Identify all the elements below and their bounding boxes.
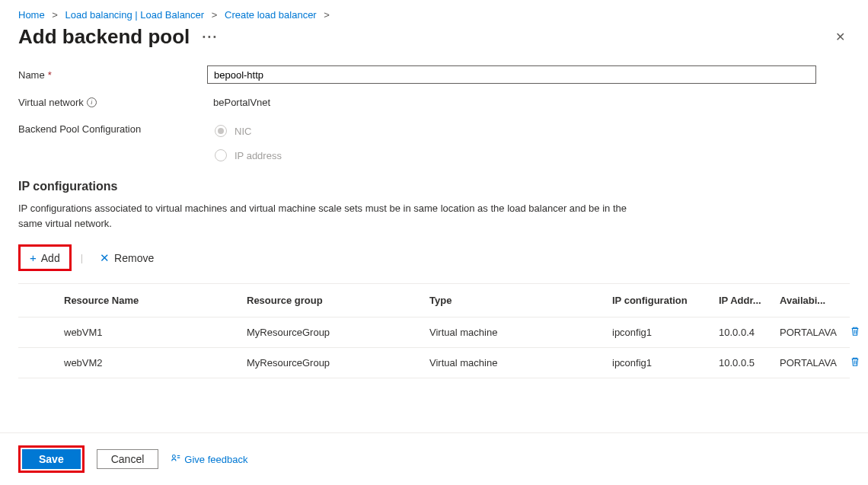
- trash-icon[interactable]: [850, 327, 860, 339]
- radio-icon: [215, 149, 227, 161]
- cell-resource-name: webVM1: [59, 321, 242, 344]
- add-button[interactable]: + Add: [22, 248, 68, 267]
- chevron-right-icon: >: [52, 9, 58, 21]
- cell-availability: PORTALAVA: [775, 351, 844, 375]
- page-title: Add backend pool: [18, 25, 190, 49]
- footer-bar: Save Cancel Give feedback: [0, 432, 868, 485]
- plus-icon: +: [30, 251, 37, 264]
- cell-resource-name: webVM2: [59, 351, 242, 375]
- remove-button-label: Remove: [114, 252, 154, 264]
- cell-ip-addr: 10.0.0.5: [714, 351, 775, 375]
- radio-nic-label: NIC: [235, 126, 251, 137]
- trash-icon[interactable]: [850, 358, 860, 369]
- cell-resource-group: MyResourceGroup: [242, 321, 425, 344]
- close-icon[interactable]: ✕: [831, 25, 850, 49]
- col-availability[interactable]: Availabi...: [775, 289, 844, 312]
- give-feedback-label: Give feedback: [184, 454, 247, 465]
- vnet-label: Virtual network: [18, 97, 84, 108]
- ip-configurations-heading: IP configurations: [18, 180, 850, 193]
- required-asterisk: *: [48, 69, 52, 81]
- name-label: Name: [18, 69, 45, 81]
- col-resource-group[interactable]: Resource group: [242, 289, 425, 312]
- cell-ip-addr: 10.0.0.4: [714, 321, 775, 344]
- col-ip-address[interactable]: IP Addr...: [714, 289, 775, 312]
- ip-configurations-description: IP configurations associated to virtual …: [18, 201, 627, 231]
- name-input[interactable]: [207, 65, 816, 84]
- info-icon[interactable]: i: [87, 97, 97, 107]
- breadcrumb-link-loadbalancing[interactable]: Load balancing | Load Balancer: [65, 9, 205, 21]
- ip-config-table: Resource Name Resource group Type IP con…: [18, 283, 850, 378]
- col-resource-name[interactable]: Resource Name: [59, 289, 242, 312]
- radio-ip-address: IP address: [215, 149, 282, 161]
- remove-button[interactable]: ✕ Remove: [92, 248, 161, 268]
- give-feedback-link[interactable]: Give feedback: [171, 453, 247, 466]
- save-button[interactable]: Save: [22, 449, 81, 469]
- cell-ip-config: ipconfig1: [608, 321, 714, 344]
- chevron-right-icon: >: [212, 9, 218, 21]
- cell-resource-group: MyResourceGroup: [242, 351, 425, 375]
- page-header: Add backend pool ‧‧‧ ✕: [0, 24, 868, 58]
- breadcrumb: Home > Load balancing | Load Balancer > …: [0, 0, 868, 24]
- cell-type: Virtual machine: [425, 351, 608, 375]
- add-button-label: Add: [41, 252, 60, 264]
- col-ip-configuration[interactable]: IP configuration: [608, 289, 714, 312]
- chevron-right-icon: >: [324, 9, 330, 21]
- close-icon: ✕: [100, 251, 110, 265]
- breadcrumb-link-create[interactable]: Create load balancer: [225, 9, 317, 21]
- cell-type: Virtual machine: [425, 321, 608, 344]
- backend-config-label: Backend Pool Configuration: [18, 123, 141, 135]
- cell-ip-config: ipconfig1: [608, 351, 714, 375]
- toolbar-divider: |: [78, 252, 86, 263]
- vnet-value: bePortalVnet: [207, 97, 270, 108]
- cancel-button[interactable]: Cancel: [97, 449, 159, 469]
- feedback-icon: [171, 453, 181, 466]
- col-type[interactable]: Type: [425, 289, 608, 312]
- table-row[interactable]: webVM1 MyResourceGroup Virtual machine i…: [18, 317, 850, 348]
- svg-point-0: [173, 455, 176, 458]
- radio-ip-label: IP address: [235, 150, 282, 161]
- table-row[interactable]: webVM2 MyResourceGroup Virtual machine i…: [18, 348, 850, 378]
- table-header-row: Resource Name Resource group Type IP con…: [18, 284, 850, 317]
- radio-nic: NIC: [215, 125, 282, 137]
- cell-availability: PORTALAVA: [775, 321, 844, 344]
- radio-icon: [215, 125, 227, 137]
- breadcrumb-link-home[interactable]: Home: [18, 9, 45, 21]
- more-icon[interactable]: ‧‧‧: [202, 29, 218, 46]
